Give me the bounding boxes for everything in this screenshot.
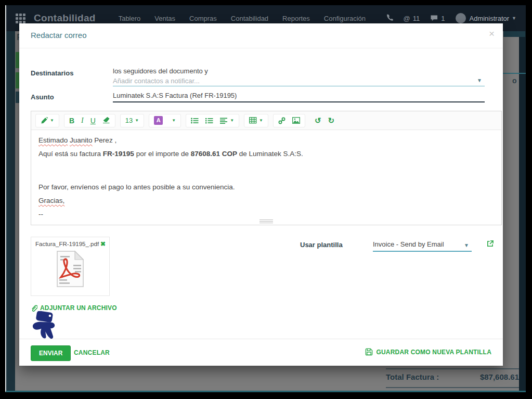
font-size-group: 13 ▼ — [120, 114, 144, 127]
floppy-disk-icon — [365, 348, 373, 356]
pdf-thumbnail[interactable] — [31, 250, 109, 288]
paragraph-align-icon[interactable]: ▼ — [220, 118, 234, 124]
template-dropdown-icon[interactable]: ▼ — [464, 242, 469, 248]
apps-grid-icon[interactable] — [16, 14, 25, 23]
bold-button[interactable]: B — [69, 117, 74, 124]
style-group: ▼ — [35, 114, 59, 127]
pointer-hand-icon — [28, 311, 57, 345]
email-body-editor: ▼ B I U 13 ▼ — [31, 111, 502, 225]
window-left-strip — [6, 31, 15, 391]
subject-underline — [113, 101, 485, 102]
chevron-down-icon: ▼ — [259, 119, 263, 123]
chevron-down-icon: ▼ — [230, 119, 234, 123]
total-value: $87,608.61 — [480, 372, 519, 381]
email-body-content[interactable]: Estimado Juanito Perez , Aquí está su fa… — [31, 130, 501, 225]
mention-counter[interactable]: @11 — [404, 15, 420, 22]
unordered-list-icon[interactable] — [191, 118, 199, 124]
modal-footer: ENVIAR CANCELAR GUARDAR COMO NUEVA PLANT… — [19, 339, 503, 366]
italic-button[interactable]: I — [81, 117, 84, 124]
background-underline-fragment — [503, 73, 526, 74]
insert-group — [273, 114, 305, 127]
total-divider — [386, 387, 519, 388]
recipients-input[interactable]: Añadir contactos a notificar... — [113, 77, 200, 85]
navbar-right: @11 1 Administrator ▼ — [385, 13, 516, 23]
attachment-card: Factura_FR-19195_.pdf✖ — [31, 237, 110, 296]
close-icon[interactable]: × — [489, 29, 495, 38]
font-color-button[interactable]: A — [154, 116, 163, 125]
window-right-strip — [519, 31, 526, 391]
user-name: Administrator — [470, 15, 510, 22]
modal-title: Redactar correo — [31, 31, 87, 40]
chat-bubble-icon — [430, 15, 438, 22]
subject-label: Asunto — [31, 93, 54, 101]
menu-compras[interactable]: Compras — [189, 15, 217, 22]
recipients-underline — [113, 86, 485, 86]
menu-ventas[interactable]: Ventas — [154, 15, 175, 22]
chat-count: 1 — [441, 15, 445, 22]
format-group: B I U — [64, 114, 115, 127]
app-brand[interactable]: Contabilidad — [34, 12, 96, 24]
menu-tablero[interactable]: Tablero — [119, 15, 141, 22]
attach-file-button[interactable]: ADJUNTAR UN ARCHIVO — [31, 304, 117, 312]
total-divider — [386, 368, 519, 369]
editor-toolbar: ▼ B I U 13 ▼ — [31, 111, 501, 130]
modal-header: Redactar correo × — [19, 23, 503, 48]
template-select[interactable]: Invoice - Send by Email — [373, 240, 444, 248]
paperclip-icon — [31, 304, 37, 312]
body-line-payment: Por favor, envíenos el pago lo antes pos… — [38, 182, 494, 192]
eraser-icon[interactable] — [102, 117, 110, 124]
save-as-template-button[interactable]: GUARDAR COMO NUEVA PLANTILLA — [365, 348, 491, 356]
body-line-invoice: Aquí está su factura FR-19195 por el imp… — [38, 149, 494, 159]
list-group: ▼ — [186, 114, 239, 127]
avatar — [456, 13, 466, 23]
use-template-label: Usar plantilla — [300, 241, 343, 249]
subject-input[interactable]: Luminatek S.A:S Factura (Ref FR-19195) — [113, 92, 237, 99]
table-icon[interactable]: ▼ — [249, 117, 263, 124]
user-menu[interactable]: Administrator ▼ — [456, 13, 517, 23]
color-swatch: A — [154, 116, 163, 125]
external-link-icon[interactable] — [486, 240, 494, 250]
cancel-button[interactable]: CANCELAR — [74, 349, 110, 356]
total-label: Total Factura : — [386, 372, 439, 381]
background-text-fragment: o — [512, 76, 517, 85]
link-icon[interactable] — [278, 117, 286, 124]
recipients-label: Destinatarios — [31, 69, 73, 77]
history-group: ↺ ↻ — [310, 114, 339, 127]
at-icon: @ — [404, 15, 410, 22]
body-line-separator: -- — [38, 209, 494, 219]
menu-reportes[interactable]: Reportes — [282, 15, 310, 22]
chevron-down-icon: ▼ — [50, 119, 54, 123]
chevron-down-icon: ▼ — [135, 119, 139, 123]
attachment-filename: Factura_FR-19195_.pdf✖ — [31, 237, 109, 249]
underline-button[interactable]: U — [90, 117, 96, 124]
recipients-value: los seguidores del documento y — [113, 67, 208, 75]
font-color-group: A ▼ — [149, 114, 181, 127]
phone-icon[interactable] — [385, 14, 393, 23]
compose-email-modal: Redactar correo × Destinatarios los segu… — [19, 23, 503, 366]
main-menu: Tablero Ventas Compras Contabilidad Repo… — [119, 15, 366, 22]
body-line-salutation: Estimado Juanito Perez , — [38, 135, 494, 145]
template-underline — [373, 251, 472, 252]
redo-icon[interactable]: ↻ — [328, 117, 335, 124]
menu-contabilidad[interactable]: Contabilidad — [231, 15, 268, 22]
app-window: Contabilidad Tablero Ventas Compras Cont… — [5, 5, 526, 392]
menu-configuracion[interactable]: Configuración — [324, 15, 366, 22]
chat-counter[interactable]: 1 — [430, 15, 445, 22]
invoice-total-row: Total Factura : $87,608.61 — [386, 372, 519, 381]
mention-count: 11 — [413, 15, 420, 22]
font-size-dropdown[interactable]: 13 ▼ — [125, 117, 139, 124]
magic-style-icon[interactable]: ▼ — [41, 117, 54, 124]
send-button[interactable]: ENVIAR — [31, 345, 71, 361]
body-blank-line — [38, 162, 494, 182]
chevron-down-icon[interactable]: ▼ — [172, 118, 176, 123]
undo-icon[interactable]: ↺ — [315, 117, 321, 124]
remove-attachment-icon[interactable]: ✖ — [100, 240, 106, 248]
ordered-list-icon[interactable] — [205, 118, 213, 124]
table-group: ▼ — [244, 114, 268, 127]
recipients-dropdown-icon[interactable]: ▼ — [477, 78, 482, 83]
editor-resize-handle[interactable] — [259, 218, 273, 224]
chevron-down-icon: ▼ — [512, 16, 516, 21]
image-icon[interactable] — [292, 117, 300, 124]
body-line-thanks: Gracias, — [38, 196, 494, 205]
